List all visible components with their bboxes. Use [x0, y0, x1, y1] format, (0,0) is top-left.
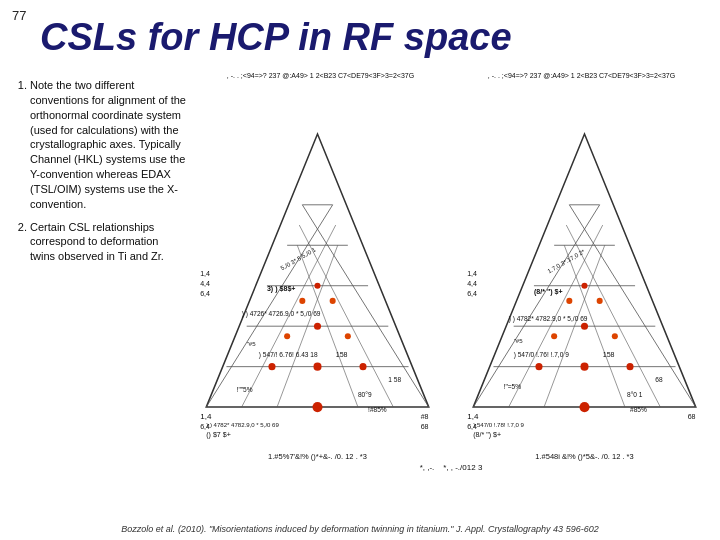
svg-point-53 — [579, 402, 589, 412]
svg-text:4,4: 4,4 — [467, 280, 477, 288]
sub-caption: *, ,-. *, , -./012 3 — [186, 463, 716, 472]
svg-text:) ) 4782* 4782.9,0 * 5,/0 69: ) ) 4782* 4782.9,0 * 5,/0 69 — [509, 315, 588, 323]
sidebar-content: Note the two different conventions for a… — [14, 78, 186, 264]
left-diagram: 1,4 6,4 #8 68 1,4 4,4 6,4 ) 547/! 6.76! … — [186, 81, 449, 461]
svg-text:(8/* ") $+: (8/* ") $+ — [473, 431, 501, 439]
header-right: , -. . ;<94=>? 237 @:A49> 1 2<B23 C7<DE7… — [488, 72, 675, 79]
svg-text:(8/* ") $+: (8/* ") $+ — [534, 288, 563, 296]
svg-point-14 — [314, 323, 321, 330]
svg-text:158: 158 — [603, 351, 615, 359]
svg-text:) 547/0 !.76! !.7,0 9: ) 547/0 !.76! !.7,0 9 — [514, 351, 569, 359]
svg-point-20 — [330, 298, 336, 304]
diagram-headers: , -. . ;<94=>? 237 @:A49> 1 2<B23 C7<DE7… — [186, 72, 716, 79]
svg-text:) 547/! 6.76! 6.43 18: ) 547/! 6.76! 6.43 18 — [259, 351, 318, 359]
svg-text:1,4: 1,4 — [200, 412, 212, 421]
sidebar-item-1: Note the two different conventions for a… — [30, 78, 186, 212]
svg-point-60 — [566, 298, 572, 304]
right-diagram: 1,4 6,4 68 1,4 4,4 6,4 ) 547/0 !.76! !.7… — [453, 81, 716, 461]
svg-text:() $7 $+: () $7 $+ — [206, 431, 231, 439]
svg-point-62 — [581, 283, 587, 289]
svg-text:80°9: 80°9 — [358, 391, 372, 398]
svg-point-15 — [268, 363, 275, 370]
svg-text:1,4: 1,4 — [467, 412, 479, 421]
svg-text:"#5: "#5 — [247, 341, 257, 347]
right-triangle-svg: 1,4 6,4 68 1,4 4,4 6,4 ) 547/0 !.76! !.7… — [453, 81, 716, 450]
svg-text:1.7,0 3*.17,0 2*: 1.7,0 3*.17,0 2* — [547, 248, 587, 274]
slide-title: CSLs for HCP in RF space — [40, 16, 512, 59]
svg-text:#85%: #85% — [630, 406, 647, 413]
svg-point-61 — [597, 298, 603, 304]
svg-text:6,4: 6,4 — [200, 290, 210, 298]
svg-point-56 — [535, 363, 542, 370]
svg-text:68: 68 — [421, 423, 429, 431]
svg-text:158: 158 — [336, 351, 348, 359]
svg-point-59 — [612, 333, 618, 339]
header-left: , -. . ;<94=>? 237 @:A49> 1 2<B23 C7<DE7… — [227, 72, 414, 79]
svg-text:) ) 4782* 4782.9,0 * 5,/0 69: ) ) 4782* 4782.9,0 * 5,/0 69 — [206, 422, 279, 428]
svg-text:!#85%: !#85% — [368, 406, 387, 413]
footer: Bozzolo et al. (2010). "Misorientations … — [0, 524, 720, 534]
svg-line-47 — [473, 205, 599, 407]
svg-line-50 — [569, 205, 695, 407]
sidebar-item-2: Certain CSL relationships correspond to … — [30, 220, 186, 265]
svg-line-6 — [206, 205, 332, 407]
svg-text:) ) 4726* 4726.9,0 * 5,/0 69: ) ) 4726* 4726.9,0 * 5,/0 69 — [242, 310, 321, 318]
svg-point-17 — [284, 333, 290, 339]
svg-line-9 — [302, 205, 428, 407]
svg-point-13 — [313, 363, 321, 371]
left-caption: 1.#5%7'&!% ()*+&-. /0. 12 . *3 — [268, 452, 367, 461]
svg-point-18 — [345, 333, 351, 339]
svg-text:8°0 1: 8°0 1 — [627, 391, 643, 398]
svg-text:1,4: 1,4 — [467, 270, 477, 278]
svg-text:68: 68 — [688, 413, 696, 421]
svg-text:!"=5%: !"=5% — [504, 383, 522, 390]
svg-point-54 — [580, 363, 588, 371]
svg-point-21 — [314, 283, 320, 289]
svg-point-19 — [299, 298, 305, 304]
svg-text:6,4: 6,4 — [467, 290, 477, 298]
svg-text:3) ) $8$+: 3) ) $8$+ — [267, 285, 296, 293]
right-caption: 1.#548i &!% ()*5&-. /0. 12 . *3 — [535, 452, 633, 461]
left-triangle-svg: 1,4 6,4 #8 68 1,4 4,4 6,4 ) 547/! 6.76! … — [186, 81, 449, 450]
svg-text:4,4: 4,4 — [200, 280, 210, 288]
diagram-area: , -. . ;<94=>? 237 @:A49> 1 2<B23 C7<DE7… — [186, 72, 716, 512]
svg-point-55 — [581, 323, 588, 330]
svg-point-12 — [312, 402, 322, 412]
svg-text:5,/0 3*.5 5,/0 1: 5,/0 3*.5 5,/0 1 — [280, 246, 318, 271]
svg-point-57 — [626, 363, 633, 370]
svg-text:#8: #8 — [421, 413, 429, 421]
page-number: 77 — [12, 8, 26, 23]
svg-text:1,4: 1,4 — [200, 270, 210, 278]
svg-point-58 — [551, 333, 557, 339]
svg-point-16 — [359, 363, 366, 370]
svg-text:) 547/0 !.78! !.7,0 9: ) 547/0 !.78! !.7,0 9 — [473, 422, 524, 428]
svg-text:!""5%: !""5% — [237, 386, 253, 393]
svg-text:"#5: "#5 — [514, 338, 524, 344]
diagrams-row: 1,4 6,4 #8 68 1,4 4,4 6,4 ) 547/! 6.76! … — [186, 81, 716, 461]
svg-text:68: 68 — [655, 376, 663, 383]
svg-text:1 58: 1 58 — [388, 376, 401, 383]
